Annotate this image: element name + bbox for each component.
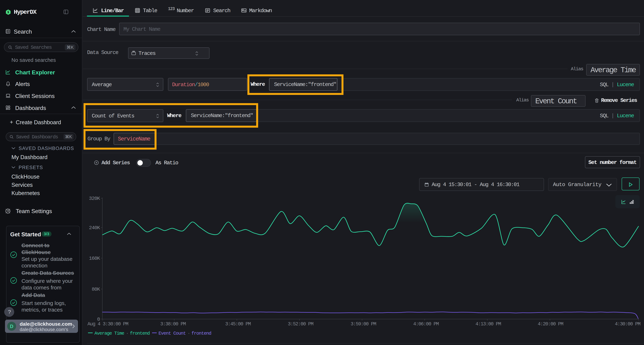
svg-text:240K: 240K [89,225,100,231]
svg-text:Aug 4 3:30:00 PM: Aug 4 3:30:00 PM [88,322,128,327]
svg-text:·: · [126,331,128,336]
svg-text:160K: 160K [89,256,100,261]
svg-text:frontend: frontend [130,331,150,336]
svg-text:Average Time: Average Time [94,331,124,336]
svg-text:Event Count: Event Count [158,331,186,336]
svg-text:4:06:00 PM: 4:06:00 PM [413,322,439,327]
svg-text:3:45:00 PM: 3:45:00 PM [225,322,251,327]
svg-text:4:20:00 PM: 4:20:00 PM [538,322,563,327]
svg-text:3:52:00 PM: 3:52:00 PM [288,322,314,327]
svg-text:3:59:00 PM: 3:59:00 PM [350,322,376,327]
svg-text:·: · [188,331,190,336]
svg-text:4:13:00 PM: 4:13:00 PM [476,322,501,327]
svg-text:80K: 80K [92,287,100,292]
svg-text:320K: 320K [89,196,100,201]
svg-text:frontend: frontend [192,331,211,336]
svg-text:4:30:00 PM: 4:30:00 PM [615,322,640,327]
svg-text:3:38:00 PM: 3:38:00 PM [160,322,186,327]
